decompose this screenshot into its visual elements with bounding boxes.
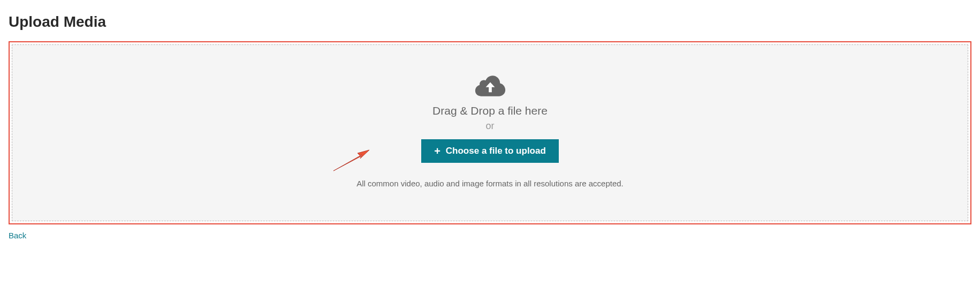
file-dropzone[interactable]: Drag & Drop a file here or + Choose a fi… (12, 44, 968, 221)
back-link[interactable]: Back (9, 231, 26, 240)
choose-file-button[interactable]: + Choose a file to upload (421, 139, 559, 163)
drag-drop-text: Drag & Drop a file here (432, 104, 548, 117)
cloud-upload-icon (474, 72, 506, 98)
upload-media-container: Upload Media Drag & Drop a file here or … (0, 0, 980, 240)
or-text: or (485, 121, 494, 132)
page-title: Upload Media (9, 13, 971, 31)
accepted-formats-text: All common video, audio and image format… (356, 179, 624, 188)
upload-highlight-wrapper: Drag & Drop a file here or + Choose a fi… (9, 41, 971, 224)
plus-icon: + (434, 146, 440, 156)
choose-file-button-label: Choose a file to upload (446, 146, 546, 156)
